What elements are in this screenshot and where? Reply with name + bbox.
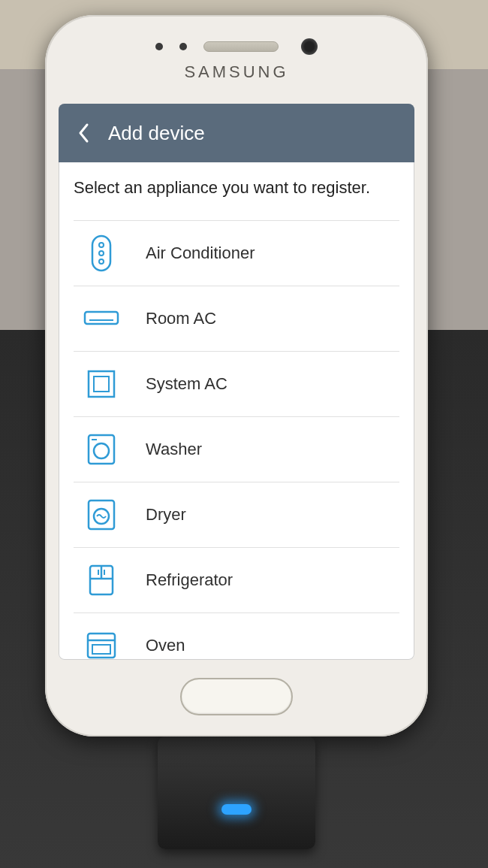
stand-led	[221, 804, 252, 815]
appliance-label: Refrigerator	[146, 570, 233, 590]
svg-point-1	[99, 243, 104, 247]
front-camera	[301, 38, 318, 55]
svg-rect-20	[92, 645, 110, 654]
page-title: Add device	[108, 122, 205, 145]
earpiece-speaker	[203, 41, 279, 52]
appliance-item-washer[interactable]: Washer	[74, 416, 399, 482]
svg-rect-11	[89, 501, 114, 529]
sensor-dot	[179, 43, 187, 50]
sensor-row	[155, 38, 318, 55]
appliance-item-oven[interactable]: Oven	[74, 612, 399, 660]
dryer-icon	[83, 496, 120, 534]
svg-rect-7	[94, 377, 109, 392]
phone-top-bezel: SAMSUNG	[45, 15, 428, 105]
svg-point-3	[99, 259, 104, 264]
appliance-item-dryer[interactable]: Dryer	[74, 482, 399, 547]
appliance-label: Dryer	[146, 505, 186, 525]
appliance-label: Room AC	[146, 309, 216, 328]
washer-icon	[83, 431, 120, 468]
svg-point-2	[99, 251, 104, 256]
appliance-label: Oven	[146, 636, 185, 655]
home-button[interactable]	[180, 678, 293, 715]
phone-frame: SAMSUNG Add device Select an appliance y…	[45, 15, 428, 736]
appliance-label: System AC	[146, 374, 227, 394]
titlebar: Add device	[59, 104, 414, 162]
svg-rect-4	[85, 312, 118, 324]
back-button[interactable]	[72, 122, 95, 144]
phone-brand-label: SAMSUNG	[184, 62, 288, 82]
display-stand	[158, 736, 315, 849]
svg-rect-0	[92, 236, 110, 271]
appliance-item-system-ac[interactable]: System AC	[74, 351, 399, 416]
appliance-item-room-ac[interactable]: Room AC	[74, 286, 399, 351]
oven-icon	[83, 627, 120, 660]
sensor-dot	[155, 43, 163, 50]
instruction-text: Select an appliance you want to register…	[74, 177, 399, 199]
refrigerator-icon	[83, 561, 120, 599]
chevron-left-icon	[77, 122, 89, 144]
appliance-item-air-conditioner[interactable]: Air Conditioner	[74, 220, 399, 286]
room-ac-icon	[83, 300, 120, 337]
svg-rect-6	[89, 371, 114, 397]
appliance-label: Washer	[146, 440, 202, 459]
content-area: Select an appliance you want to register…	[59, 162, 414, 660]
svg-point-9	[94, 443, 109, 458]
system-ac-icon	[83, 365, 120, 403]
ac-remote-icon	[83, 234, 120, 272]
screen: Add device Select an appliance you want …	[59, 104, 414, 660]
appliance-item-refrigerator[interactable]: Refrigerator	[74, 547, 399, 612]
appliance-label: Air Conditioner	[146, 243, 255, 263]
